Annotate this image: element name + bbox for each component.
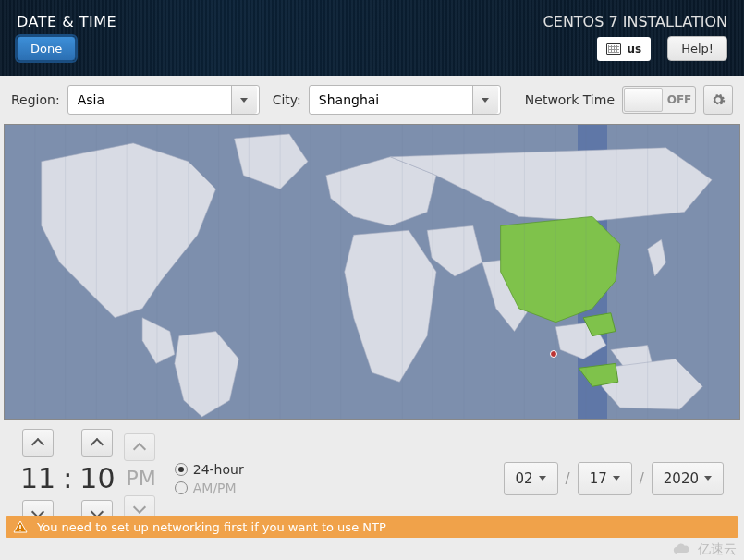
time-colon: : [63,462,72,494]
ampm-value: PM [126,467,155,490]
keyboard-icon [606,43,621,55]
selected-city-marker [550,350,557,358]
radio-icon [175,481,188,494]
gear-icon [711,92,726,107]
installer-label: CENTOS 7 INSTALLATION [543,13,727,30]
month-value: 02 [516,470,533,487]
region-dropdown-button[interactable] [231,86,257,114]
city-input[interactable] [310,86,472,114]
header-bar: DATE & TIME CENTOS 7 INSTALLATION Done u… [0,0,744,76]
hour-spinner: 11 [20,429,55,528]
keyboard-layout-text: us [627,43,641,55]
minute-spinner: 10 [79,429,115,528]
format-ampm-label: AM/PM [193,481,237,495]
month-combobox[interactable]: 02 [504,462,558,495]
format-ampm-radio[interactable]: AM/PM [175,481,244,495]
time-format-group: 24-hour AM/PM [175,462,244,495]
date-group: 02 / 17 / 2020 [504,462,725,495]
hour-up-button[interactable] [22,429,54,457]
timezone-map[interactable] [4,124,740,420]
warning-bar: You need to set up networking first if y… [6,516,738,538]
svg-rect-25 [19,530,21,531]
help-button[interactable]: Help! [667,36,727,61]
warning-icon [13,520,28,533]
switch-knob [624,88,663,112]
chevron-up-icon [91,438,104,451]
svg-rect-24 [19,525,21,529]
region-combobox[interactable] [67,85,260,115]
world-map-svg [5,125,739,419]
radio-icon [175,463,188,476]
chevron-up-icon [133,443,146,456]
chevron-down-icon [539,476,546,481]
city-combobox[interactable] [309,85,501,115]
chevron-down-icon [133,501,146,514]
day-value: 17 [590,470,607,487]
keyboard-layout-indicator[interactable]: us [597,37,651,61]
ampm-spinner: PM [122,433,155,523]
year-value: 2020 [664,470,699,487]
format-24hour-label: 24-hour [193,462,244,477]
minute-value: 10 [79,462,115,494]
time-spinners: 11 : 10 PM [20,429,156,528]
chevron-down-icon [240,98,248,103]
network-time-switch[interactable]: OFF [622,86,696,114]
region-input[interactable] [68,86,231,114]
switch-state-label: OFF [664,93,695,106]
done-button[interactable]: Done [17,36,76,61]
year-combobox[interactable]: 2020 [652,462,724,495]
date-separator: / [566,470,570,487]
chevron-down-icon [482,98,489,103]
day-combobox[interactable]: 17 [578,462,632,495]
date-separator: / [640,470,644,487]
chevron-down-icon [613,476,620,481]
page-title: DATE & TIME [17,13,116,30]
ampm-up-button [124,433,155,461]
watermark: 亿速云 [672,542,737,558]
minute-up-button[interactable] [81,429,113,457]
chevron-down-icon [704,476,712,481]
chevron-up-icon [31,438,44,451]
cloud-icon [672,543,692,556]
city-label: City: [273,92,301,107]
warning-text: You need to set up networking first if y… [37,520,386,534]
watermark-text: 亿速云 [698,542,737,558]
time-date-row: 11 : 10 PM 24-hour AM/PM 02 / [0,420,744,530]
ntp-settings-button[interactable] [703,85,733,115]
region-label: Region: [11,92,60,107]
format-24hour-radio[interactable]: 24-hour [175,462,244,477]
network-time-label: Network Time [525,92,615,107]
region-city-row: Region: City: Network Time OFF [0,76,744,124]
city-dropdown-button[interactable] [472,86,498,114]
hour-value: 11 [20,462,55,494]
selected-region-shape [501,216,620,322]
